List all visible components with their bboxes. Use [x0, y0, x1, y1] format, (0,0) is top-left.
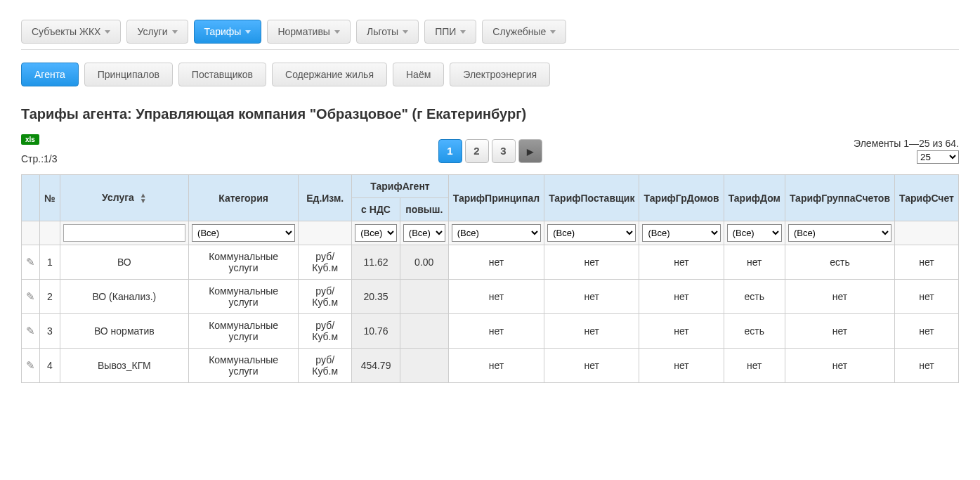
cell-vat: 454.79 [352, 349, 400, 383]
cell-num: 4 [40, 349, 60, 383]
cell-acc: нет [895, 245, 959, 280]
page-button[interactable]: 1 [438, 139, 462, 163]
cell-house: нет [724, 349, 785, 383]
subnav-item[interactable]: Содержание жилья [272, 63, 387, 86]
filter-service-input[interactable] [63, 224, 185, 242]
cell-accgroup: есть [785, 245, 894, 280]
nav-item[interactable]: Услуги [126, 20, 188, 44]
table-row: 2ВО (Канализ.)Коммунальные услугируб/Куб… [22, 280, 959, 314]
cell-acc: нет [895, 314, 959, 349]
filter-row: (Все) (Все) (Все) (Все) (Все) (Все) (Все… [22, 221, 959, 245]
cell-house: есть [724, 314, 785, 349]
cell-principal: нет [448, 349, 544, 383]
cell-num: 2 [40, 280, 60, 314]
cell-supplier: нет [544, 349, 639, 383]
cell-unit: руб/Куб.м [299, 349, 352, 383]
filter-inc-select[interactable]: (Все) [403, 224, 445, 242]
subnav-item[interactable]: Наём [393, 63, 444, 86]
col-tariff-agent[interactable]: ТарифАгент [352, 175, 448, 198]
cell-vat: 10.76 [352, 314, 400, 349]
cell-accgroup: нет [785, 349, 894, 383]
cell-houses: нет [639, 280, 724, 314]
cell-acc: нет [895, 280, 959, 314]
subnav-item[interactable]: Принципалов [84, 63, 173, 86]
col-tariff-house[interactable]: ТарифДом [724, 175, 785, 221]
sort-icon: ▲▼ [140, 193, 147, 204]
caret-down-icon [550, 30, 556, 34]
cell-num: 3 [40, 314, 60, 349]
cell-inc [400, 349, 448, 383]
main-nav: Субъекты ЖКХУслугиТарифыНормативыЛьготыП… [21, 14, 959, 50]
cell-inc: 0.00 [400, 245, 448, 280]
col-num[interactable]: № [40, 175, 60, 221]
nav-item[interactable]: Нормативы [267, 20, 351, 44]
filter-accgroup-select[interactable]: (Все) [788, 224, 891, 242]
filter-category-select[interactable]: (Все) [192, 224, 295, 242]
cell-category: Коммунальные услуги [189, 245, 299, 280]
filter-supplier-select[interactable]: (Все) [547, 224, 636, 242]
subnav-item[interactable]: Агента [21, 63, 79, 86]
page-size-select[interactable]: 25 [917, 150, 959, 164]
pager: 123 [438, 139, 542, 163]
col-with-vat[interactable]: с НДС [352, 198, 400, 221]
col-tariff-supplier[interactable]: ТарифПоставщик [544, 175, 639, 221]
cell-unit: руб/Куб.м [299, 280, 352, 314]
tariffs-table: № Услуга ▲▼ Категория Ед.Изм. ТарифАгент… [21, 174, 959, 383]
col-tariff-accgroup[interactable]: ТарифГруппаСчетов [785, 175, 894, 221]
cell-houses: нет [639, 245, 724, 280]
next-page-button[interactable] [518, 139, 542, 163]
edit-icon[interactable] [26, 360, 35, 371]
filter-principal-select[interactable]: (Все) [452, 224, 541, 242]
filter-vat-select[interactable]: (Все) [355, 224, 397, 242]
edit-icon[interactable] [26, 257, 35, 268]
cell-supplier: нет [544, 245, 639, 280]
col-increase[interactable]: повыш. [400, 198, 448, 221]
col-category[interactable]: Категория [189, 175, 299, 221]
cell-unit: руб/Куб.м [299, 245, 352, 280]
toolbar: xls Стр.:1/3 123 Элементы 1—25 из 64. 25 [21, 133, 959, 169]
table-row: 4Вывоз_КГМКоммунальные услугируб/Куб.м45… [22, 349, 959, 383]
nav-item[interactable]: Льготы [356, 20, 419, 44]
cell-principal: нет [448, 245, 544, 280]
page-button[interactable]: 3 [492, 139, 516, 163]
export-xls-button[interactable]: xls [21, 134, 39, 145]
col-edit [22, 175, 40, 221]
elements-info: Элементы 1—25 из 64. [854, 138, 959, 149]
edit-icon[interactable] [26, 291, 35, 302]
page-counter: Стр.:1/3 [21, 153, 58, 164]
filter-house-select[interactable]: (Все) [727, 224, 782, 242]
subnav-item[interactable]: Поставщиков [178, 63, 266, 86]
table-row: 1ВОКоммунальные услугируб/Куб.м11.620.00… [22, 245, 959, 280]
cell-houses: нет [639, 314, 724, 349]
cell-accgroup: нет [785, 280, 894, 314]
caret-down-icon [245, 30, 251, 34]
col-service[interactable]: Услуга ▲▼ [60, 175, 188, 221]
caret-down-icon [105, 30, 110, 34]
nav-item[interactable]: Субъекты ЖКХ [21, 20, 121, 44]
subnav-item[interactable]: Электроэнергия [450, 63, 550, 86]
nav-item[interactable]: ППИ [424, 20, 476, 44]
nav-item[interactable]: Служебные [482, 20, 566, 44]
col-tariff-principal[interactable]: ТарифПринципал [448, 175, 544, 221]
cell-principal: нет [448, 280, 544, 314]
col-tariff-houses[interactable]: ТарифГрДомов [639, 175, 724, 221]
cell-vat: 11.62 [352, 245, 400, 280]
cell-supplier: нет [544, 314, 639, 349]
cell-principal: нет [448, 314, 544, 349]
col-tariff-acc[interactable]: ТарифСчет [895, 175, 959, 221]
nav-item[interactable]: Тарифы [194, 20, 262, 44]
cell-category: Коммунальные услуги [189, 314, 299, 349]
filter-houses-select[interactable]: (Все) [642, 224, 720, 242]
page-button[interactable]: 2 [465, 139, 489, 163]
page-title: Тарифы агента: Управляющая компания "Обр… [21, 106, 959, 122]
caret-down-icon [460, 30, 466, 34]
caret-down-icon [172, 30, 178, 34]
col-unit[interactable]: Ед.Изм. [299, 175, 352, 221]
cell-inc [400, 314, 448, 349]
elements-info-block: Элементы 1—25 из 64. 25 [854, 138, 959, 164]
cell-category: Коммунальные услуги [189, 349, 299, 383]
edit-icon[interactable] [26, 325, 35, 337]
cell-house: есть [724, 280, 785, 314]
cell-unit: руб/Куб.м [299, 314, 352, 349]
cell-category: Коммунальные услуги [189, 280, 299, 314]
